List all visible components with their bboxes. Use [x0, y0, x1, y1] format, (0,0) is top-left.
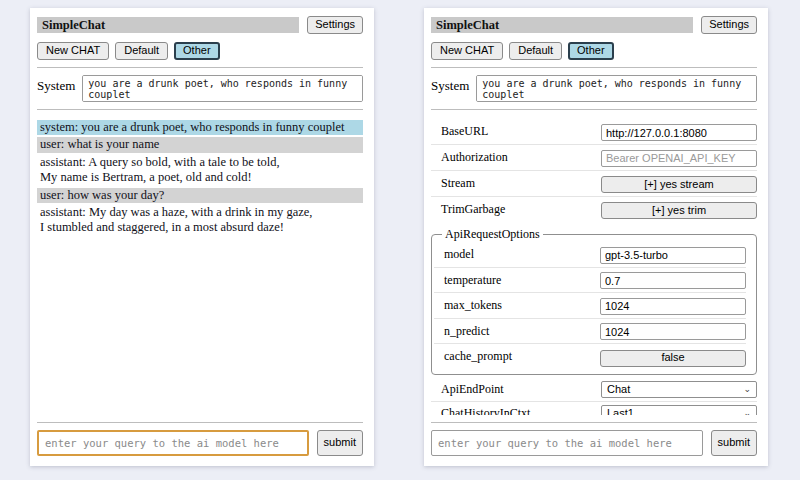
chat-message-assistant: assistant: My day was a haze, with a dri… [37, 205, 363, 236]
system-prompt-label: System [431, 75, 469, 94]
setting-row-baseurl: BaseURL [431, 120, 757, 146]
divider [431, 422, 757, 423]
setting-row-stream: Stream [+] yes stream [431, 171, 757, 197]
chat-panel: SimpleChat Settings New CHAT Default Oth… [30, 8, 374, 466]
apiendpoint-selected-value: Chat [607, 383, 630, 395]
setting-row-apiendpoint: ApiEndPoint Chat ⌄ [431, 378, 757, 402]
apiendpoint-label: ApiEndPoint [441, 382, 504, 397]
setting-row-authorization: Authorization [431, 145, 757, 171]
settings-button[interactable]: Settings [701, 16, 757, 34]
divider [431, 109, 757, 110]
system-prompt-row: System you are a drunk poet, who respond… [37, 75, 363, 102]
chathistory-select[interactable]: Last1 ⌄ [601, 405, 757, 415]
chat-message-user: user: what is your name [37, 137, 363, 153]
chevron-down-icon: ⌄ [743, 385, 751, 394]
authorization-label: Authorization [441, 150, 508, 165]
settings-panel: SimpleChat Settings New CHAT Default Oth… [424, 8, 768, 466]
new-chat-button[interactable]: New CHAT [37, 42, 109, 60]
setting-row-max-tokens: max_tokens [434, 293, 746, 319]
header: SimpleChat Settings [431, 16, 757, 34]
model-label: model [444, 247, 474, 262]
query-row: submit [37, 430, 363, 456]
trimgarbage-toggle-button[interactable]: [+] yes trim [601, 202, 757, 219]
chat-message-user: user: how was your day? [37, 188, 363, 204]
session-toolbar: New CHAT Default Other [37, 42, 363, 60]
setting-row-model: model [434, 242, 746, 268]
api-request-options-legend: ApiRequestOptions [442, 227, 543, 242]
session-tab-default[interactable]: Default [509, 42, 562, 60]
setting-row-cache-prompt: cache_prompt false [434, 344, 746, 369]
session-toolbar: New CHAT Default Other [431, 42, 757, 60]
app-title: SimpleChat [37, 17, 299, 33]
session-tab-other[interactable]: Other [568, 42, 614, 60]
chevron-down-icon: ⌄ [743, 409, 751, 415]
apiendpoint-select[interactable]: Chat ⌄ [601, 381, 757, 398]
divider [431, 67, 757, 68]
system-prompt-input[interactable]: you are a drunk poet, who responds in fu… [476, 75, 757, 102]
chat-message-system: system: you are a drunk poet, who respon… [37, 120, 363, 136]
new-chat-button[interactable]: New CHAT [431, 42, 503, 60]
setting-row-temperature: temperature [434, 268, 746, 294]
query-row: submit [431, 430, 757, 456]
n-predict-label: n_predict [444, 324, 489, 339]
baseurl-label: BaseURL [441, 124, 488, 139]
chathistory-label: ChatHistoryInCtxt [441, 406, 530, 415]
divider [37, 67, 363, 68]
setting-row-n-predict: n_predict [434, 319, 746, 345]
authorization-input[interactable] [601, 150, 757, 167]
session-tab-other[interactable]: Other [174, 42, 220, 60]
settings-list: BaseURL Authorization Stream [+] yes str… [431, 120, 757, 416]
submit-button[interactable]: submit [711, 430, 757, 456]
trimgarbage-label: TrimGarbage [441, 202, 505, 217]
n-predict-input[interactable] [600, 323, 746, 340]
chathistory-selected-value: Last1 [607, 407, 634, 415]
header: SimpleChat Settings [37, 16, 363, 34]
divider [37, 422, 363, 423]
temperature-input[interactable] [600, 272, 746, 289]
max-tokens-label: max_tokens [444, 298, 502, 313]
system-prompt-label: System [37, 75, 75, 94]
cache-prompt-toggle-button[interactable]: false [600, 350, 746, 367]
setting-row-trimgarbage: TrimGarbage [+] yes trim [431, 197, 757, 222]
baseurl-input[interactable] [601, 124, 757, 141]
system-prompt-row: System you are a drunk poet, who respond… [431, 75, 757, 102]
query-input[interactable] [431, 430, 703, 456]
system-prompt-input[interactable]: you are a drunk poet, who responds in fu… [82, 75, 363, 102]
query-input[interactable] [37, 430, 309, 456]
model-input[interactable] [600, 247, 746, 264]
app-title: SimpleChat [431, 17, 693, 33]
divider [37, 109, 363, 110]
max-tokens-input[interactable] [600, 298, 746, 315]
chat-message-assistant: assistant: A query so bold, with a tale … [37, 155, 363, 186]
cache-prompt-label: cache_prompt [444, 349, 512, 364]
setting-row-chathistory: ChatHistoryInCtxt Last1 ⌄ [431, 402, 757, 415]
submit-button[interactable]: submit [317, 430, 363, 456]
session-tab-default[interactable]: Default [115, 42, 168, 60]
temperature-label: temperature [444, 273, 501, 288]
stream-toggle-button[interactable]: [+] yes stream [601, 176, 757, 193]
stream-label: Stream [441, 176, 475, 191]
settings-button[interactable]: Settings [307, 16, 363, 34]
chat-history: system: you are a drunk poet, who respon… [37, 120, 363, 416]
api-request-options-fieldset: ApiRequestOptions model temperature max_… [431, 227, 757, 374]
